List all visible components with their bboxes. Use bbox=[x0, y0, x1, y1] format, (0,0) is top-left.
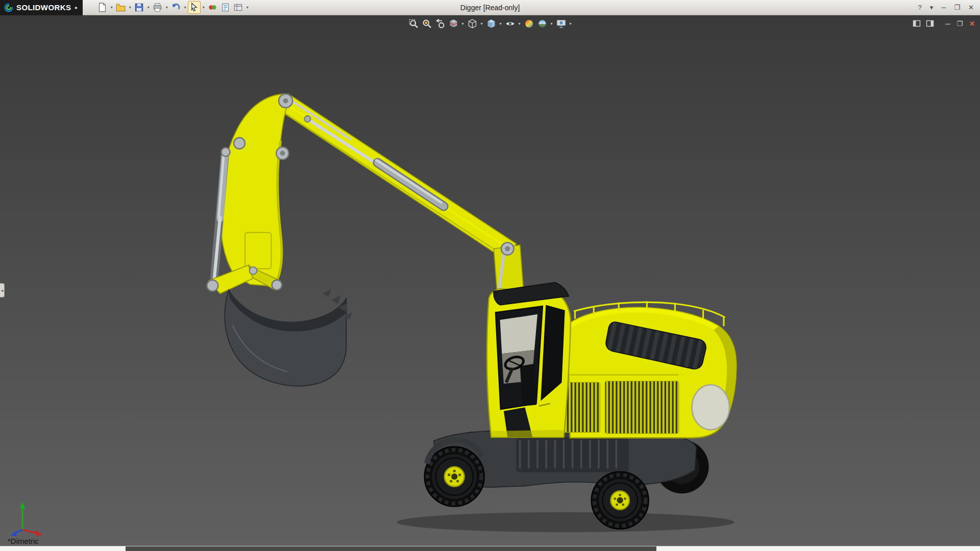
previous-view-icon[interactable] bbox=[433, 17, 447, 30]
maximize-button[interactable]: ❐ bbox=[954, 4, 960, 11]
excavator-wheel-front-right[interactable] bbox=[591, 471, 649, 529]
status-bar-middle bbox=[126, 546, 657, 551]
brand-label: SOLIDWORKS bbox=[16, 3, 71, 12]
undo-dropdown-icon[interactable]: ▾ bbox=[182, 5, 188, 10]
section-view-icon[interactable] bbox=[447, 17, 460, 30]
display-pane-toggle-icon[interactable] bbox=[925, 19, 935, 28]
new-document-dropdown-icon[interactable]: ▾ bbox=[109, 5, 114, 10]
menu-expand-icon[interactable]: ▸ bbox=[75, 5, 78, 10]
view-settings-dropdown-icon[interactable]: ▾ bbox=[568, 21, 573, 26]
view-settings-icon[interactable] bbox=[554, 17, 568, 30]
title-bar: SOLIDWORKS ▸ ▾▾▾▾▾▾▾ Digger [Read-only] … bbox=[0, 0, 980, 15]
document-window-controls: ─ ❐ ✕ bbox=[912, 19, 975, 28]
excavator-arm[interactable] bbox=[207, 94, 516, 294]
options-icon[interactable] bbox=[232, 1, 244, 14]
3d-model-digger[interactable] bbox=[0, 15, 980, 546]
view-orientation-icon[interactable] bbox=[465, 17, 479, 30]
select-tool-dropdown-icon[interactable]: ▾ bbox=[201, 5, 206, 10]
document-restore-button[interactable]: ❐ bbox=[957, 20, 963, 28]
solidworks-logo-icon bbox=[4, 3, 13, 12]
document-minimize-button[interactable]: ─ bbox=[945, 20, 950, 28]
window-controls: ? ▾ ─ ❐ ✕ bbox=[918, 4, 980, 11]
view-orientation-dropdown-icon[interactable]: ▾ bbox=[479, 21, 484, 26]
select-tool-icon[interactable] bbox=[188, 1, 201, 14]
heads-up-view-toolbar: ▾▾▾▾▾▾ bbox=[407, 17, 573, 30]
quick-access-toolbar: ▾▾▾▾▾▾▾ bbox=[96, 1, 250, 14]
document-title: Digger [Read-only] bbox=[460, 4, 520, 12]
hide-show-items-dropdown-icon[interactable]: ▾ bbox=[517, 21, 522, 26]
document-close-button[interactable]: ✕ bbox=[969, 20, 975, 28]
open-document-icon[interactable] bbox=[114, 1, 127, 14]
options-dropdown-icon[interactable]: ▾ bbox=[244, 5, 250, 10]
hide-show-items-icon[interactable] bbox=[503, 17, 517, 30]
print-icon[interactable] bbox=[151, 1, 164, 14]
excavator-cab[interactable] bbox=[487, 283, 571, 437]
pane-toggles bbox=[912, 19, 935, 28]
excavator-body[interactable] bbox=[556, 301, 737, 438]
apply-scene-icon[interactable] bbox=[535, 17, 549, 30]
save-icon[interactable] bbox=[133, 1, 145, 14]
status-bar-right bbox=[656, 546, 980, 551]
zoom-to-area-icon[interactable] bbox=[420, 17, 433, 30]
excavator-wheel-front-left[interactable] bbox=[424, 446, 484, 506]
minimize-button[interactable]: ─ bbox=[941, 4, 946, 11]
zoom-to-fit-icon[interactable] bbox=[407, 17, 420, 30]
help-button[interactable]: ? bbox=[918, 4, 921, 11]
view-orientation-label: *Dimetric bbox=[8, 537, 39, 545]
print-dropdown-icon[interactable]: ▾ bbox=[164, 5, 169, 10]
new-document-icon[interactable] bbox=[96, 1, 109, 14]
solidworks-menu-button[interactable]: SOLIDWORKS ▸ bbox=[0, 0, 83, 15]
graphics-viewport[interactable]: ▾▾▾▾▾▾ ─ ❐ ✕ ◂ *Dimetric bbox=[0, 15, 980, 546]
featuremanager-splitter-arrow[interactable]: ◂ bbox=[0, 283, 5, 297]
orientation-triad bbox=[11, 502, 42, 536]
display-style-icon[interactable] bbox=[484, 17, 498, 30]
file-properties-icon[interactable] bbox=[219, 1, 232, 14]
open-document-dropdown-icon[interactable]: ▾ bbox=[127, 5, 133, 10]
close-button[interactable]: ✕ bbox=[968, 4, 974, 11]
solidworks-window: SOLIDWORKS ▸ ▾▾▾▾▾▾▾ Digger [Read-only] … bbox=[0, 0, 980, 551]
help-dropdown-icon[interactable]: ▾ bbox=[930, 4, 934, 11]
excavator-bucket[interactable] bbox=[225, 289, 352, 386]
undo-icon[interactable] bbox=[169, 1, 182, 14]
status-bar-left bbox=[0, 546, 126, 551]
featuremanager-pane-toggle-icon[interactable] bbox=[912, 19, 921, 28]
model-shadow bbox=[397, 512, 734, 532]
display-style-dropdown-icon[interactable]: ▾ bbox=[498, 21, 503, 26]
status-bar bbox=[0, 546, 980, 551]
xpress-products-icon[interactable] bbox=[206, 1, 219, 14]
save-dropdown-icon[interactable]: ▾ bbox=[145, 5, 151, 10]
section-view-dropdown-icon[interactable]: ▾ bbox=[460, 21, 465, 26]
edit-appearance-icon[interactable] bbox=[522, 17, 535, 30]
apply-scene-dropdown-icon[interactable]: ▾ bbox=[549, 21, 554, 26]
